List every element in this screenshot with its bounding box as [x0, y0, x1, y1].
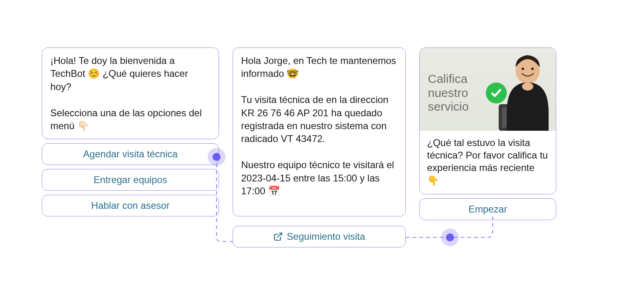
svg-line-0	[277, 233, 282, 237]
option-return-equipment[interactable]: Entregar equipos	[42, 169, 219, 191]
chatbot-flow-diagram: ¡Hola! Te doy la bienvenida a TechBot ☺️…	[0, 0, 644, 307]
confirmation-node: Hola Jorge, en Tech te mantenemos inform…	[233, 47, 406, 220]
technician-illustration	[491, 48, 553, 131]
option-start-rating[interactable]: Empezar	[419, 198, 556, 220]
svg-point-6	[522, 68, 524, 70]
option-label: Hablar con asesor	[91, 200, 170, 211]
option-follow-visit[interactable]: Seguimiento visita	[233, 226, 406, 247]
option-schedule-visit[interactable]: Agendar visita técnica	[42, 143, 219, 165]
flow-anchor-dot	[446, 233, 454, 241]
svg-point-7	[531, 68, 534, 70]
confirmation-message: Hola Jorge, en Tech te mantenemos inform…	[233, 47, 406, 216]
flow-anchor-dot	[213, 153, 221, 161]
external-link-icon	[273, 232, 283, 241]
welcome-node: ¡Hola! Te doy la bienvenida a TechBot ☺️…	[42, 47, 219, 220]
option-label: Entregar equipos	[94, 174, 167, 185]
rating-card-image: Califica nuestro servicio	[420, 48, 556, 131]
rating-card-image-caption: Califica nuestro servicio	[428, 72, 469, 114]
svg-point-5	[522, 82, 533, 91]
rating-node: Califica nuestro servicio	[419, 47, 556, 224]
option-talk-to-agent[interactable]: Hablar con asesor	[42, 195, 219, 216]
option-label: Empezar	[469, 204, 507, 215]
welcome-message: ¡Hola! Te doy la bienvenida a TechBot ☺️…	[42, 47, 219, 139]
option-label: Agendar visita técnica	[83, 148, 178, 160]
rating-card-text: ¿Qué tal estuvo la visita técnica? Por f…	[420, 131, 556, 194]
option-label: Seguimiento visita	[287, 231, 365, 242]
rating-card: Califica nuestro servicio	[419, 47, 556, 194]
